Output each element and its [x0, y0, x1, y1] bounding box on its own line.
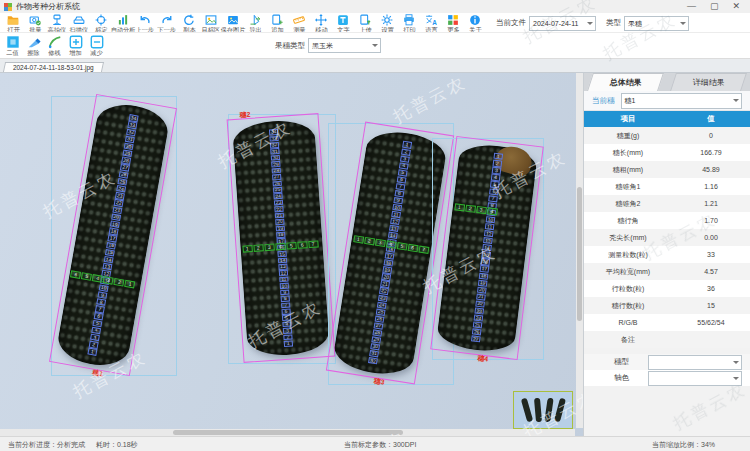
- type-dropdown[interactable]: 果穗: [624, 16, 689, 31]
- ear-label: 穗3: [373, 376, 385, 388]
- axis-color-dropdown[interactable]: [648, 371, 742, 386]
- ear-label: 穗1: [92, 368, 104, 380]
- result-item: 测量粒数(粒): [584, 250, 672, 260]
- current-file-dropdown[interactable]: 2024-07-24-11: [529, 16, 596, 31]
- toolbar-batch-button[interactable]: 批量: [24, 14, 46, 33]
- ear-2[interactable]: 3433323130292827262524232221201918171615…: [232, 118, 330, 357]
- ear-type-value: 黑玉米: [312, 41, 333, 51]
- toolbar-undo-button[interactable]: 上一步: [134, 14, 156, 33]
- toolbar-language-button[interactable]: A语言: [420, 14, 442, 33]
- canvas-vertical-scrollbar[interactable]: [576, 73, 583, 428]
- row-count-cell: 4: [385, 240, 396, 248]
- current-ear-label: 当前穗: [592, 96, 615, 106]
- scanner-icon: [73, 14, 85, 26]
- edit-binary-button[interactable]: 二值: [2, 35, 23, 56]
- status-time: 耗时：0.18秒: [96, 440, 138, 450]
- toolbar-append-button[interactable]: 追加: [266, 14, 288, 33]
- kernel-count-cell: 23: [274, 200, 283, 206]
- row-count-cell: 7: [418, 245, 429, 253]
- canvas-horizontal-scrollbar[interactable]: [0, 429, 575, 436]
- toolbar-saveimg-button[interactable]: 保存图片: [222, 14, 244, 33]
- toolbar-more-button[interactable]: 更多: [442, 14, 464, 33]
- result-row: 穗锥角11.16: [584, 178, 750, 195]
- kernel-count-cell: 29: [271, 161, 280, 167]
- doccam-icon: [51, 14, 63, 26]
- kernel-count-cell: 33: [269, 136, 278, 142]
- row-count-cell: 4: [487, 207, 498, 215]
- toolbar-move-button[interactable]: 移动: [310, 14, 332, 33]
- toolbar-export-button[interactable]: 导出: [244, 14, 266, 33]
- erase-icon: [27, 35, 41, 49]
- toolbar-text-button[interactable]: 文字: [332, 14, 354, 33]
- kernel-count-cell: 20: [477, 286, 487, 293]
- row-count-cell: 1: [125, 280, 136, 289]
- toolbar-calibrate-button[interactable]: 标定: [90, 14, 112, 33]
- tab-detail-results[interactable]: 详细结果: [670, 73, 747, 91]
- toolbar-analyze-button[interactable]: 自动分析: [112, 14, 134, 33]
- header-item: 项目: [584, 114, 672, 124]
- toolbar-region-button[interactable]: 目标区: [200, 14, 222, 33]
- tab-overall-results[interactable]: 总体结果: [587, 73, 664, 91]
- results-tabs: 总体结果详细结果: [584, 73, 750, 91]
- row-count-cell: 5: [396, 242, 407, 250]
- edit-increase-button[interactable]: 增加: [65, 35, 86, 56]
- row-count-cell: 4: [92, 274, 103, 283]
- result-row: 穗长(mm)166.79: [584, 144, 750, 161]
- kernel-count-cell: 15: [481, 251, 491, 258]
- toolbar-doccam-button[interactable]: 高拍仪: [46, 14, 68, 33]
- result-item: 平均粒宽(mm): [584, 267, 672, 277]
- row-count-cell: 6: [407, 244, 418, 252]
- toolbar-upload-button[interactable]: 上传: [354, 14, 376, 33]
- more-icon: [447, 14, 459, 26]
- header-value: 值: [672, 114, 750, 124]
- result-value: 1.70: [672, 217, 750, 224]
- ear-type-label: 果穗类型: [275, 41, 305, 51]
- edit-fixline-button[interactable]: 修线: [44, 35, 65, 56]
- toolbar-scanner-button[interactable]: 扫描仪: [68, 14, 90, 33]
- undo-icon: [139, 14, 151, 26]
- current-ear-dropdown[interactable]: 穗1: [621, 93, 743, 109]
- edit-erase-button[interactable]: 擦除: [23, 35, 44, 56]
- kernel-count-cell: 6: [489, 188, 499, 195]
- close-button[interactable]: ✕: [732, 2, 740, 11]
- result-value: 1.21: [672, 200, 750, 207]
- current-file-value: 2024-07-24-11: [533, 20, 578, 27]
- ear-shape-dropdown[interactable]: [648, 355, 742, 370]
- window-title: 作物考种分析系统: [16, 1, 80, 12]
- ear-type-dropdown[interactable]: 黑玉米: [308, 38, 381, 53]
- kernel-count-cell: 1: [493, 153, 503, 160]
- edit-decrease-button[interactable]: 减少: [86, 35, 107, 56]
- toolbar-measure-button[interactable]: 测量: [288, 14, 310, 33]
- kernel-count-cell: 23: [474, 307, 484, 314]
- row-count-cell: 3: [103, 276, 114, 285]
- toolbar-about-button[interactable]: 关于: [464, 14, 486, 33]
- kernel-count-cell: 1: [87, 348, 97, 356]
- toolbar-redo-button[interactable]: 下一步: [156, 14, 178, 33]
- row-count-cell: 7: [308, 240, 318, 248]
- maximize-button[interactable]: ▢: [710, 2, 719, 11]
- open-icon: [7, 14, 19, 26]
- file-tab[interactable]: 2024-07-24-11-18-53-01.jpg: [3, 62, 104, 72]
- kernel-count-cell: 9: [280, 289, 289, 295]
- toolbar-settings-button[interactable]: 设置: [376, 14, 398, 33]
- toolbar-print-button[interactable]: 打印: [398, 14, 420, 33]
- calibrate-icon: [95, 14, 107, 26]
- minimize-button[interactable]: —: [687, 2, 696, 11]
- thumbnail-ear: [533, 398, 541, 422]
- toolbar-duplicate-button[interactable]: 副本: [178, 14, 200, 33]
- result-value: 4.57: [672, 268, 750, 275]
- image-canvas[interactable]: 3433323130292827262524232221201918171615…: [0, 73, 583, 436]
- type-value: 果穗: [628, 19, 642, 29]
- kernel-count-cell: 10: [280, 283, 289, 289]
- result-row: 秃尖长(mm)0.00: [584, 229, 750, 246]
- toolbar-open-button[interactable]: 打开: [2, 14, 24, 33]
- title-bar: 作物考种分析系统 — ▢ ✕: [0, 0, 750, 13]
- settings-icon: [381, 14, 393, 26]
- kernel-count-cell: 2: [283, 334, 292, 340]
- kernel-count-cell: 10: [486, 216, 496, 223]
- kernel-count-cell: 32: [270, 142, 279, 148]
- result-item: 穗长(mm): [584, 148, 672, 158]
- overview-thumbnail[interactable]: [513, 391, 573, 429]
- current-ear-value: 穗1: [625, 96, 636, 106]
- batch-icon: [29, 14, 41, 26]
